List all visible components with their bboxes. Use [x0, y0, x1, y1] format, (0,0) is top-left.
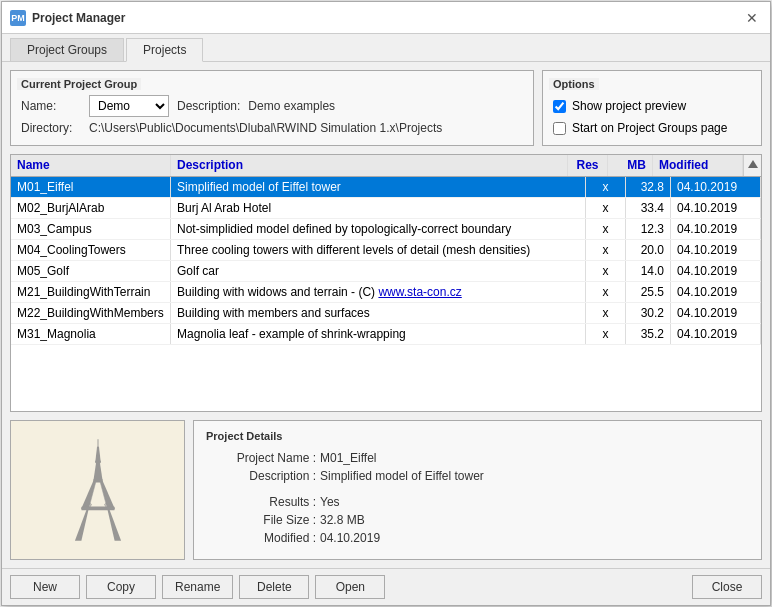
detail-results-row: Results : Yes — [206, 495, 749, 509]
cell-res: x — [586, 240, 626, 260]
sort-icon — [744, 155, 762, 173]
tab-bar: Project Groups Projects — [2, 34, 770, 62]
cell-description: Building with members and surfaces — [171, 303, 586, 323]
cell-name: M01_Eiffel — [11, 177, 171, 197]
delete-button[interactable]: Delete — [239, 575, 309, 599]
description-value: Demo examples — [248, 99, 335, 113]
close-button[interactable]: Close — [692, 575, 762, 599]
directory-label: Directory: — [21, 121, 81, 135]
cell-description: Three cooling towers with different leve… — [171, 240, 586, 260]
cell-modified: 04.10.2019 — [671, 198, 761, 218]
cell-modified: 04.10.2019 — [671, 219, 761, 239]
svg-marker-0 — [748, 160, 758, 168]
cell-res: x — [586, 282, 626, 302]
current-project-group-title: Current Project Group — [17, 78, 141, 90]
cell-mb: 33.4 — [626, 198, 671, 218]
description-label: Description: — [177, 99, 240, 113]
show-preview-row: Show project preview — [553, 99, 751, 113]
table-header: Name Description Res MB Modified — [11, 155, 761, 177]
cell-res: x — [586, 324, 626, 344]
cell-mb: 20.0 — [626, 240, 671, 260]
window-title: Project Manager — [32, 11, 125, 25]
detail-results-value: Yes — [320, 495, 340, 509]
title-bar: PM Project Manager ✕ — [2, 2, 770, 34]
table-body: M01_Eiffel Simplified model of Eiffel to… — [11, 177, 761, 411]
cell-description: Simplified model of Eiffel tower — [171, 177, 586, 197]
directory-row: Directory: C:\Users\Public\Documents\Dlu… — [21, 121, 523, 135]
table-row[interactable]: M05_Golf Golf car x 14.0 04.10.2019 — [11, 261, 761, 282]
col-header-description: Description — [171, 155, 568, 176]
eiffel-preview-image — [38, 430, 158, 550]
table-row[interactable]: M04_CoolingTowers Three cooling towers w… — [11, 240, 761, 261]
options-title: Options — [549, 78, 599, 90]
new-button[interactable]: New — [10, 575, 80, 599]
rename-button[interactable]: Rename — [162, 575, 233, 599]
col-header-mb: MB — [608, 155, 653, 176]
detail-results-label: Results : — [206, 495, 316, 509]
cell-mb: 14.0 — [626, 261, 671, 281]
table-row[interactable]: M21_BuildingWithTerrain Building with wi… — [11, 282, 761, 303]
start-on-groups-label: Start on Project Groups page — [572, 121, 727, 135]
svg-marker-7 — [93, 462, 102, 480]
cell-name: M22_BuildingWithMembers — [11, 303, 171, 323]
project-group-content: Name: Demo Description: Demo examples Di… — [21, 95, 523, 135]
content-area: Current Project Group Name: Demo Descrip… — [2, 62, 770, 568]
table-row[interactable]: M31_Magnolia Magnolia leaf - example of … — [11, 324, 761, 345]
button-bar: New Copy Rename Delete Open Close — [2, 568, 770, 605]
name-select[interactable]: Demo — [89, 95, 169, 117]
tab-project-groups[interactable]: Project Groups — [10, 38, 124, 61]
detail-modified-value: 04.10.2019 — [320, 531, 380, 545]
svg-marker-9 — [95, 447, 101, 463]
detail-file-size-label: File Size : — [206, 513, 316, 527]
detail-description-row: Description : Simplified model of Eiffel… — [206, 469, 749, 483]
cell-mb: 32.8 — [626, 177, 671, 197]
cell-name: M04_CoolingTowers — [11, 240, 171, 260]
title-bar-left: PM Project Manager — [10, 10, 125, 26]
col-header-modified: Modified — [653, 155, 743, 176]
table-row[interactable]: M01_Eiffel Simplified model of Eiffel to… — [11, 177, 761, 198]
cell-res: x — [586, 198, 626, 218]
cell-name: M02_BurjAlArab — [11, 198, 171, 218]
name-row: Name: Demo Description: Demo examples — [21, 95, 523, 117]
col-header-name: Name — [11, 155, 171, 176]
cell-modified: 04.10.2019 — [671, 240, 761, 260]
current-project-group-box: Current Project Group Name: Demo Descrip… — [10, 70, 534, 146]
project-details-title: Project Details — [202, 430, 286, 442]
detail-project-name-label: Project Name : — [206, 451, 316, 465]
cell-res: x — [586, 219, 626, 239]
project-details-content: Project Name : M01_Eiffel Description : … — [206, 451, 749, 545]
bottom-row: Project Details Project Name : M01_Eiffe… — [10, 420, 762, 560]
svg-marker-1 — [74, 508, 88, 540]
close-window-button[interactable]: ✕ — [742, 8, 762, 28]
copy-button[interactable]: Copy — [86, 575, 156, 599]
table-row[interactable]: M02_BurjAlArab Burj Al Arab Hotel x 33.4… — [11, 198, 761, 219]
svg-rect-10 — [97, 439, 98, 446]
svg-rect-11 — [95, 479, 101, 481]
cell-name: M03_Campus — [11, 219, 171, 239]
cell-description: Not-simplidied model defined by topologi… — [171, 219, 586, 239]
directory-value: C:\Users\Public\Documents\Dlubal\RWIND S… — [89, 121, 442, 135]
cell-description: Golf car — [171, 261, 586, 281]
tab-projects[interactable]: Projects — [126, 38, 203, 62]
table-row[interactable]: M22_BuildingWithMembers Building with me… — [11, 303, 761, 324]
cell-description: Burj Al Arab Hotel — [171, 198, 586, 218]
cell-name: M05_Golf — [11, 261, 171, 281]
detail-description-label: Description : — [206, 469, 316, 483]
app-icon: PM — [10, 10, 26, 26]
show-preview-checkbox[interactable] — [553, 100, 566, 113]
cell-modified: 04.10.2019 — [671, 282, 761, 302]
start-on-groups-checkbox[interactable] — [553, 122, 566, 135]
project-preview-box — [10, 420, 185, 560]
cell-res: x — [586, 303, 626, 323]
name-label: Name: — [21, 99, 81, 113]
open-button[interactable]: Open — [315, 575, 385, 599]
cell-mb: 30.2 — [626, 303, 671, 323]
detail-project-name-value: M01_Eiffel — [320, 451, 376, 465]
cell-description: Magnolia leaf - example of shrink-wrappi… — [171, 324, 586, 344]
cell-mb: 12.3 — [626, 219, 671, 239]
table-row[interactable]: M03_Campus Not-simplidied model defined … — [11, 219, 761, 240]
cell-modified: 04.10.2019 — [671, 303, 761, 323]
svg-marker-2 — [107, 508, 121, 540]
detail-modified-label: Modified : — [206, 531, 316, 545]
project-manager-window: PM Project Manager ✕ Project Groups Proj… — [1, 1, 771, 606]
